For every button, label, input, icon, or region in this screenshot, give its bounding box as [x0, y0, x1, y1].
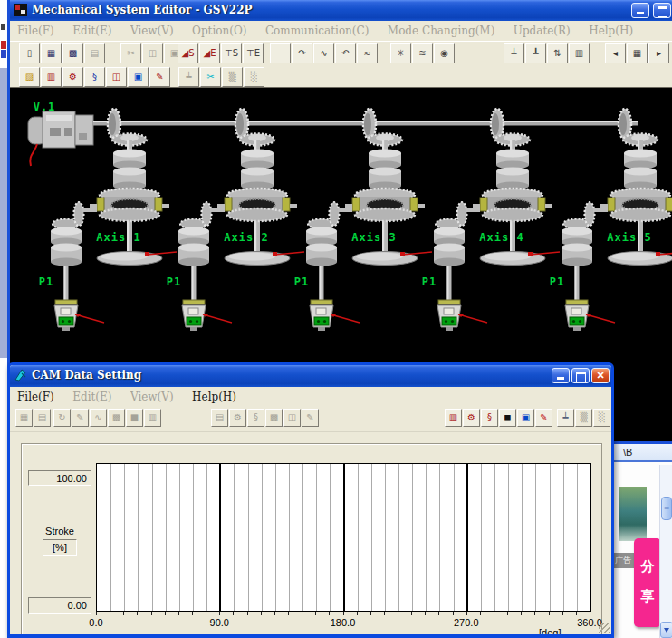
pen-icon: ✎: [306, 413, 313, 422]
x-tick-label: 180.0: [331, 617, 356, 628]
main-titlebar[interactable]: Mechanical System Editor - GSV22P: [10, 0, 672, 21]
gear-fan-button[interactable]: ✳: [390, 44, 411, 63]
x-tick: [96, 612, 97, 615]
cam-app-icon: [14, 368, 28, 382]
block-button: ■: [126, 409, 143, 427]
minor-gridline: [398, 464, 399, 611]
feed-button[interactable]: ⇅: [547, 44, 568, 63]
curve-sine-icon: ∿: [320, 49, 327, 58]
minor-gridline: [152, 464, 153, 611]
maximize-button[interactable]: [653, 3, 671, 18]
gear-data-button[interactable]: ⚙: [62, 67, 83, 87]
curve-hook-button[interactable]: ↷: [292, 44, 312, 63]
cam-titlebar[interactable]: CAM Data Setting ✕: [10, 365, 611, 387]
y-max-value: 100.00: [28, 470, 91, 486]
monitor-icon: ▣: [134, 72, 142, 82]
position-data-button[interactable]: ◫: [106, 67, 127, 87]
data-book-button[interactable]: ▥: [445, 409, 462, 427]
curve-wave-button[interactable]: ≈: [357, 44, 378, 63]
cam-table-button[interactable]: ◼: [499, 409, 516, 427]
x-tick: [110, 612, 110, 615]
sequence-data-button[interactable]: §: [481, 409, 498, 427]
curve-sine-button[interactable]: ∿: [313, 44, 334, 63]
x-tick: [590, 612, 590, 615]
ad-badge: 广告: [612, 553, 634, 568]
minor-gridline: [481, 464, 482, 611]
system-setup-button[interactable]: ✎: [535, 409, 552, 427]
new-file-button[interactable]: ▯: [19, 44, 40, 63]
share-button[interactable]: 分 享: [634, 538, 661, 627]
monitor-button[interactable]: ▣: [128, 67, 149, 87]
press-unit[interactable]: [178, 202, 232, 331]
cam-end-button[interactable]: ◢E: [199, 44, 220, 63]
motor-v1[interactable]: [28, 111, 93, 166]
catalog-book-button[interactable]: ▥: [569, 44, 590, 63]
next-page-button[interactable]: ▸: [648, 44, 669, 63]
open-project-button[interactable]: ▨: [19, 67, 40, 87]
resize-grip[interactable]: [599, 623, 610, 633]
gear-data-button[interactable]: ⚙: [463, 409, 480, 427]
scroll-down-button[interactable]: [660, 622, 672, 638]
cam-close-button[interactable]: ✕: [591, 368, 610, 383]
minor-gridline: [550, 464, 551, 611]
background-blue-icon: [1, 50, 6, 58]
prev-page-button[interactable]: ◂: [605, 44, 626, 63]
data-book-button[interactable]: ▥: [41, 67, 62, 87]
table-icon: ▥: [149, 413, 157, 422]
press-unit[interactable]: [562, 202, 615, 331]
minimize-button[interactable]: [631, 3, 649, 18]
app-icon: [14, 3, 28, 17]
press-unit-button[interactable]: ┷: [557, 409, 574, 427]
minor-gridline: [426, 464, 427, 611]
press-down-button[interactable]: ┷: [504, 44, 524, 63]
cam-plot-area[interactable]: [96, 463, 591, 612]
x-tick: [137, 612, 138, 615]
background-text-fragment: [1, 24, 5, 30]
tool-end-button[interactable]: ⊤E: [243, 44, 264, 63]
cam-cut-button[interactable]: ✂: [200, 67, 221, 87]
x-tick: [398, 612, 398, 615]
cam-minimize-button[interactable]: [552, 368, 570, 383]
press-unit[interactable]: [306, 202, 360, 331]
spring-button[interactable]: ≋: [412, 44, 433, 63]
minor-gridline: [454, 464, 455, 611]
save-button[interactable]: ▦: [41, 44, 62, 63]
cam-start-button[interactable]: ◢S: [178, 44, 198, 63]
data-book-icon: ▥: [449, 413, 457, 422]
press-label: P1: [422, 276, 437, 288]
curve-return-button[interactable]: ↶: [335, 44, 356, 63]
gear-data-icon: ⚙: [467, 413, 475, 422]
line-segment-button[interactable]: ─: [270, 44, 291, 63]
x-tick: [521, 612, 522, 615]
sequence-data-button[interactable]: §: [84, 67, 105, 87]
monitor-button[interactable]: ▣: [517, 409, 534, 427]
y-min-value: 0.00: [28, 597, 91, 614]
tool-start-button[interactable]: ⊤S: [221, 44, 242, 63]
menu-view: View(V): [123, 21, 181, 37]
cam-menu-help[interactable]: Help(H): [185, 387, 244, 403]
save-as-button[interactable]: ▩: [62, 44, 83, 63]
pattern-icon: ▩: [270, 413, 278, 422]
scrollbar-thumb[interactable]: ≡: [661, 497, 672, 520]
cam-menu-edit: Edit(E): [65, 387, 119, 403]
main-toolbar-row1: ▯▦▩▤✂◫▣◢S◢E⊤S⊤E─↷∿↶≈✳≋◉┷┻⇅▥◂▦▸: [10, 42, 672, 66]
minor-gridline: [275, 464, 276, 611]
share-label-1: 分: [634, 558, 661, 575]
system-setup-button[interactable]: ✎: [149, 67, 170, 87]
x-tick: [302, 612, 302, 615]
grid-pattern-button[interactable]: ▦: [627, 44, 648, 63]
press-up-button[interactable]: ┻: [525, 44, 546, 63]
press-unit[interactable]: [51, 202, 104, 331]
cut-button: ✂: [120, 44, 141, 63]
cam-maximize-button[interactable]: [571, 368, 590, 383]
data-book-icon: ▥: [47, 72, 55, 82]
press-unit[interactable]: [434, 202, 487, 331]
x-tick: [370, 612, 371, 615]
new-file-icon: ▯: [27, 49, 33, 58]
x-tick: [357, 612, 358, 615]
cam-menu-file[interactable]: File(F): [10, 387, 62, 403]
minor-gridline: [385, 464, 386, 611]
minor-gridline: [371, 464, 372, 611]
cam-unit-button[interactable]: ◉: [434, 44, 455, 63]
background-scrollbar[interactable]: ≡: [659, 465, 672, 638]
